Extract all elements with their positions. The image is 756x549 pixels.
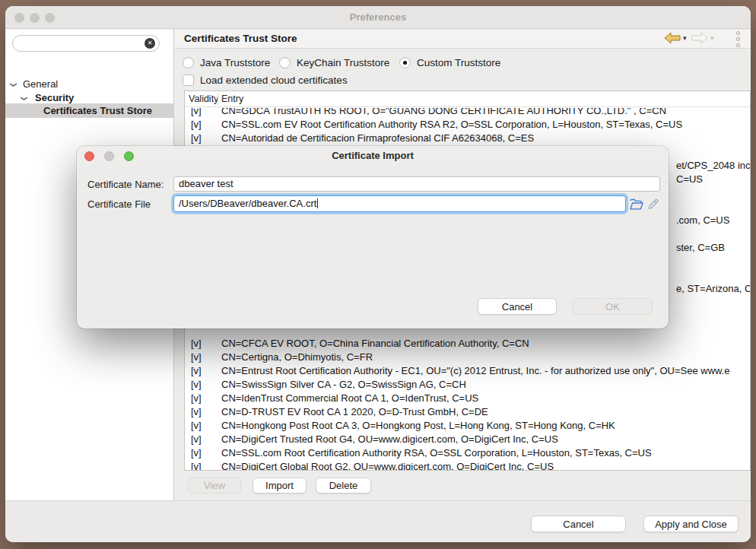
- entry-cell: CN=SSL.com EV Root Certification Authori…: [221, 118, 682, 132]
- entry-cell: CN=GDCA TrustAUTH R5 ROOT, O="GUANG DONG…: [221, 108, 666, 118]
- radio-label: Java Truststore: [200, 57, 270, 69]
- panel-header: Certificates Trust Store ▾ ▾: [175, 30, 751, 49]
- table-row[interactable]: [v]CN=IdenTrust Commercial Root CA 1, O=…: [185, 392, 750, 405]
- checkbox-label: Load extended cloud certificates: [200, 75, 348, 87]
- radio-circle-icon: [279, 57, 291, 68]
- chevron-down-icon[interactable]: ❯: [17, 96, 31, 102]
- table-row[interactable]: [v]CN=CFCA EV ROOT, O=China Financial Ce…: [185, 337, 750, 351]
- validity-cell: [v]: [191, 446, 202, 460]
- entry-cell: e, ST=Arizona, C: [676, 282, 750, 296]
- entry-cell: CN=Entrust Root Certification Authority …: [221, 364, 730, 378]
- dialog-ok-button[interactable]: OK: [573, 298, 653, 315]
- back-history-caret-icon[interactable]: ▾: [683, 34, 687, 42]
- certificate-file-input[interactable]: /Users/DBeaver/dbeaver.CA.crt: [173, 195, 626, 212]
- entry-cell: C=US: [676, 173, 703, 186]
- entry-cell: CN=SwissSign Silver CA - G2, O=SwissSign…: [221, 378, 466, 392]
- certificate-import-dialog: Certificate Import Certificate Name: dbe…: [77, 146, 669, 328]
- table-header: Validity Entry: [185, 91, 750, 107]
- table-row[interactable]: [v]CN=SSL.com EV Root Certification Auth…: [185, 118, 750, 132]
- entry-cell: CN=SSL.com Root Certification Authority …: [221, 446, 652, 460]
- entry-cell: .com, C=US: [676, 214, 729, 227]
- checkbox-icon: [183, 75, 194, 86]
- import-button[interactable]: Import: [253, 478, 307, 493]
- footer-bar: Cancel Apply and Close: [5, 500, 751, 542]
- certificate-file-value: /Users/DBeaver/dbeaver.CA.crt: [179, 198, 316, 209]
- radio-label: KeyChain Truststore: [297, 57, 389, 69]
- window-titlebar: Preferences: [5, 6, 751, 29]
- dialog-cancel-button[interactable]: Cancel: [478, 298, 557, 315]
- dialog-titlebar: Certificate Import: [77, 146, 669, 166]
- certificate-name-input[interactable]: dbeaver test: [173, 176, 660, 192]
- certificate-file-label: Certificate File: [87, 197, 151, 212]
- validity-cell: [v]: [191, 118, 202, 132]
- delete-button[interactable]: Delete: [316, 478, 371, 493]
- validity-cell: [v]: [191, 419, 202, 433]
- validity-cell: [v]: [191, 460, 202, 470]
- dialog-title: Certificate Import: [77, 146, 669, 166]
- table-row[interactable]: [v]CN=Certigna, O=Dhimyotis, C=FR: [185, 351, 750, 364]
- column-header-validity[interactable]: Validity: [189, 91, 218, 107]
- validity-cell: [v]: [191, 433, 202, 446]
- sidebar-item-general[interactable]: ❯ General: [5, 77, 174, 91]
- entry-cell: CN=Hongkong Post Root CA 3, O=Hongkong P…: [221, 419, 615, 433]
- table-row[interactable]: [v]CN=Autoridad de Certificacion Firmapr…: [185, 132, 750, 145]
- page-title: Certificates Trust Store: [184, 30, 297, 49]
- entry-cell: CN=IdenTrust Commercial Root CA 1, O=Ide…: [221, 392, 478, 405]
- sidebar-item-certificates-trust-store[interactable]: Certificates Trust Store: [5, 103, 174, 118]
- search-input[interactable]: ✕: [12, 35, 160, 52]
- chevron-down-icon[interactable]: ❯: [6, 82, 21, 88]
- edit-pencil-icon[interactable]: [648, 198, 659, 210]
- table-row[interactable]: [v]CN=Entrust Root Certification Authori…: [185, 364, 750, 378]
- table-row[interactable]: [v]CN=SSL.com Root Certification Authori…: [185, 446, 750, 460]
- radio-label: Custom Truststore: [417, 57, 500, 69]
- table-row[interactable]: [v]CN=D-TRUST EV Root CA 1 2020, O=D-Tru…: [185, 405, 750, 419]
- validity-cell: [v]: [191, 405, 202, 419]
- tree-label: General: [23, 77, 58, 91]
- validity-cell: [v]: [191, 132, 202, 145]
- column-divider[interactable]: [218, 94, 218, 105]
- entry-cell: CN=Autoridad de Certificacion Firmaprofe…: [221, 132, 534, 145]
- validity-cell: [v]: [191, 392, 202, 405]
- validity-cell: [v]: [191, 364, 202, 378]
- text-cursor: [317, 198, 318, 208]
- table-row[interactable]: [v]CN=DigiCert Global Root G2, OU=www.di…: [185, 460, 750, 470]
- entry-cell: CN=D-TRUST EV Root CA 1 2020, O=D-Trust …: [221, 405, 488, 419]
- validity-cell: [v]: [191, 337, 202, 351]
- window-title: Preferences: [5, 6, 751, 29]
- entry-cell: CN=DigiCert Global Root G2, OU=www.digic…: [221, 460, 554, 470]
- view-button[interactable]: View: [188, 478, 241, 493]
- browse-folder-icon[interactable]: [630, 198, 643, 210]
- radio-selected-icon: [399, 57, 411, 68]
- clear-search-icon[interactable]: ✕: [145, 38, 155, 49]
- column-header-entry[interactable]: Entry: [221, 91, 243, 107]
- entry-cell: ster, C=GB: [676, 241, 725, 255]
- certificate-name-label: Certificate Name:: [87, 177, 164, 192]
- forward-arrow-icon[interactable]: [691, 32, 708, 44]
- validity-cell: [v]: [191, 378, 202, 392]
- apply-and-close-button[interactable]: Apply and Close: [643, 516, 739, 532]
- entry-cell: CN=DigiCert Trusted Root G4, OU=www.digi…: [221, 433, 558, 446]
- table-row[interactable]: [v]CN=Hongkong Post Root CA 3, O=Hongkon…: [185, 419, 750, 433]
- radio-circle-icon: [183, 57, 194, 68]
- validity-cell: [v]: [191, 351, 202, 364]
- kebab-menu-icon[interactable]: [736, 31, 742, 47]
- table-row[interactable]: [v]CN=GDCA TrustAUTH R5 ROOT, O="GUANG D…: [185, 108, 750, 118]
- entry-cell: et/CPS_2048 inc: [676, 159, 750, 173]
- cancel-button[interactable]: Cancel: [531, 516, 626, 532]
- back-arrow-icon[interactable]: [664, 32, 681, 44]
- table-row[interactable]: [v]CN=DigiCert Trusted Root G4, OU=www.d…: [185, 433, 750, 446]
- validity-cell: [v]: [191, 108, 202, 118]
- forward-history-caret-icon[interactable]: ▾: [710, 34, 714, 42]
- tree-label: Certificates Trust Store: [43, 103, 152, 118]
- entry-cell: CN=Certigna, O=Dhimyotis, C=FR: [221, 351, 373, 364]
- table-row[interactable]: [v]CN=SwissSign Silver CA - G2, O=SwissS…: [185, 378, 750, 392]
- entry-cell: CN=CFCA EV ROOT, O=China Financial Certi…: [221, 337, 529, 351]
